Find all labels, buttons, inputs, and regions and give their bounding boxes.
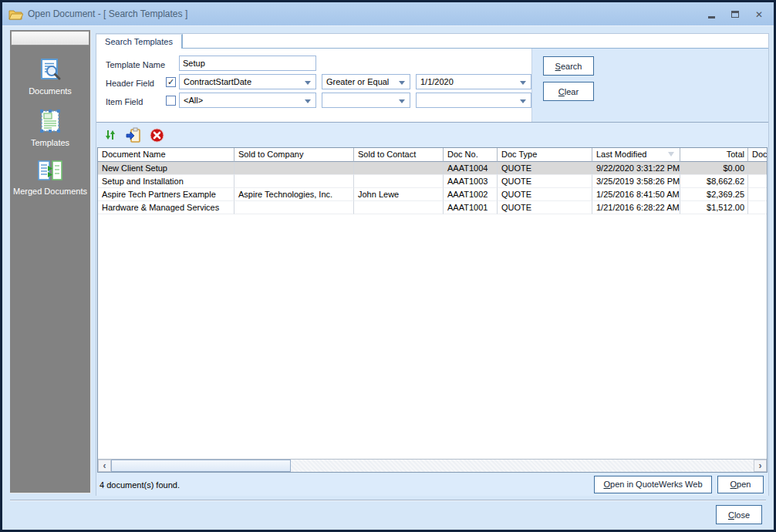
template-icon xyxy=(37,108,63,134)
cell-sold-to-company xyxy=(234,201,354,214)
open-document-dialog: Open Document - [ Search Templates ] ✕ xyxy=(0,0,776,532)
cell-document-name: Hardware & Managed Services xyxy=(98,201,234,214)
cell-sold-to-contact: John Lewe xyxy=(354,188,444,201)
results-toolbar xyxy=(96,123,768,147)
header-value-text: 1/1/2020 xyxy=(420,77,454,86)
sidebar: Documents Templates xyxy=(10,30,91,493)
delete-button[interactable] xyxy=(149,127,164,143)
header-field-label: Header Field xyxy=(106,79,154,88)
tab-label: Search Templates xyxy=(105,37,173,46)
dropdown-arrow-icon xyxy=(520,99,526,103)
clear-button[interactable]: Clear xyxy=(543,82,594,101)
template-name-input[interactable] xyxy=(183,59,312,68)
bottom-separator xyxy=(10,500,766,501)
item-value-select[interactable] xyxy=(416,93,531,108)
table-row[interactable]: Hardware & Managed Services AAAT1001 QUO… xyxy=(98,201,767,214)
folder-icon xyxy=(8,8,23,20)
close-button[interactable]: Close xyxy=(716,505,762,524)
delete-icon xyxy=(150,128,164,143)
cell-sold-to-company xyxy=(234,162,354,175)
table-row[interactable]: New Client Setup AAAT1004 QUOTE 9/22/202… xyxy=(98,162,767,175)
results-footer: 4 document(s) found. Open in QuoteWerks … xyxy=(96,473,768,496)
checkmark-icon: ✓ xyxy=(167,78,174,86)
cell-doc-type: QUOTE xyxy=(498,162,592,175)
header-field-checkbox[interactable]: ✓ xyxy=(166,77,176,87)
column-header-sorted[interactable]: Last Modified xyxy=(592,148,680,162)
cell-total: $2,369.25 xyxy=(680,188,748,201)
refresh-button[interactable] xyxy=(103,127,118,143)
column-header[interactable]: Document Name xyxy=(98,148,234,162)
scrollbar-track[interactable] xyxy=(291,460,754,472)
sidebar-item-documents[interactable]: Documents xyxy=(10,58,90,96)
search-fields-panel: Template Name Header Field ✓ ContractSta… xyxy=(96,49,531,122)
cell-document-name: Aspire Tech Partners Example xyxy=(98,188,234,201)
cell-sold-to-contact xyxy=(354,175,444,188)
import-template-button[interactable] xyxy=(126,127,141,143)
results-grid: Document Name Sold to Company Sold to Co… xyxy=(97,147,768,473)
cell-sold-to-company xyxy=(234,175,354,188)
table-row[interactable]: Aspire Tech Partners Example Aspire Tech… xyxy=(98,188,767,201)
scroll-left-icon: ‹ xyxy=(103,460,106,471)
open-in-quotewerks-web-button[interactable]: Open in QuoteWerks Web xyxy=(594,476,712,493)
item-field-label: Item Field xyxy=(106,97,143,106)
document-search-icon xyxy=(38,58,62,82)
minimize-icon xyxy=(708,16,715,19)
open-button[interactable]: Open xyxy=(717,476,764,493)
header-field-select[interactable]: ContractStartDate xyxy=(179,74,316,89)
item-field-select[interactable]: <All> xyxy=(179,93,316,108)
cell-last-modified: 1/25/2016 8:41:50 AM xyxy=(592,188,680,201)
status-text: 4 document(s) found. xyxy=(100,480,594,490)
cell-doc-no: AAAT1003 xyxy=(444,175,498,188)
column-header[interactable]: Doc xyxy=(748,148,767,162)
horizontal-scrollbar[interactable]: ‹ › xyxy=(98,459,767,472)
scroll-right-button[interactable]: › xyxy=(754,460,767,472)
sidebar-item-label: Templates xyxy=(31,138,69,147)
cell-doc-no: AAAT1004 xyxy=(444,162,498,175)
cell-doc xyxy=(748,162,767,175)
tab-strip-filler xyxy=(183,34,768,49)
scrollbar-thumb[interactable] xyxy=(111,460,291,472)
cell-doc xyxy=(748,201,767,214)
header-value-select[interactable]: 1/1/2020 xyxy=(416,74,531,89)
cell-doc-type: QUOTE xyxy=(498,175,592,188)
sidebar-item-merged-documents[interactable]: Merged Documents xyxy=(10,160,90,196)
column-header[interactable]: Doc No. xyxy=(444,148,498,162)
column-header[interactable]: Doc Type xyxy=(498,148,592,162)
column-header[interactable]: Sold to Contact xyxy=(354,148,444,162)
cell-last-modified: 3/25/2019 3:58:26 PM xyxy=(592,175,680,188)
table-row[interactable]: Setup and Installation AAAT1003 QUOTE 3/… xyxy=(98,175,767,188)
refresh-icon xyxy=(105,128,116,142)
grid-empty-area xyxy=(98,214,767,459)
search-actions-panel: Search Clear xyxy=(531,49,768,122)
search-criteria-section: Template Name Header Field ✓ ContractSta… xyxy=(96,49,768,123)
cell-doc-type: QUOTE xyxy=(498,201,592,214)
window-title: Open Document - [ Search Templates ] xyxy=(28,8,187,19)
sort-descending-icon xyxy=(668,152,674,157)
cell-last-modified: 1/21/2016 6:28:22 AM xyxy=(592,201,680,214)
close-icon: ✕ xyxy=(755,9,763,20)
cell-sold-to-contact xyxy=(354,162,444,175)
scroll-left-button[interactable]: ‹ xyxy=(98,460,111,472)
minimize-button[interactable] xyxy=(703,7,720,22)
close-window-button[interactable]: ✕ xyxy=(751,7,768,22)
tab-search-templates[interactable]: Search Templates xyxy=(96,34,183,49)
item-operator-select[interactable] xyxy=(322,93,410,108)
sidebar-header xyxy=(11,31,89,45)
grid-header-row: Document Name Sold to Company Sold to Co… xyxy=(98,148,767,162)
sidebar-item-templates[interactable]: Templates xyxy=(10,108,90,147)
cell-document-name: Setup and Installation xyxy=(98,175,234,188)
header-operator-select[interactable]: Greater or Equal xyxy=(322,74,410,89)
search-button[interactable]: Search xyxy=(543,56,594,76)
cell-doc-no: AAAT1001 xyxy=(444,201,498,214)
cell-total: $0.00 xyxy=(680,162,748,175)
title-bar: Open Document - [ Search Templates ] ✕ xyxy=(2,2,774,26)
maximize-button[interactable] xyxy=(727,7,744,22)
template-name-label: Template Name xyxy=(106,60,165,69)
column-header[interactable]: Total xyxy=(680,148,748,162)
merged-documents-icon xyxy=(37,160,63,183)
column-header[interactable]: Sold to Company xyxy=(234,148,354,162)
cell-doc xyxy=(748,188,767,201)
main-panel: Search Templates Template Name Header Fi… xyxy=(96,33,769,496)
tab-strip: Search Templates xyxy=(96,34,768,49)
item-field-checkbox[interactable] xyxy=(166,96,176,106)
